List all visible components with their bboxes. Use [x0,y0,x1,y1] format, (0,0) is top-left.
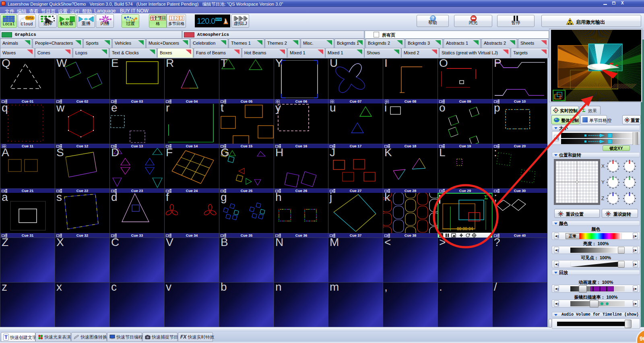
svg-text:1: 1 [170,16,173,21]
svg-text:3: 3 [181,16,183,21]
svg-text:2: 2 [175,16,178,21]
svg-text:Σ: Σ [484,194,488,200]
svg-text:00:00:04: 00:00:04 [457,227,473,231]
